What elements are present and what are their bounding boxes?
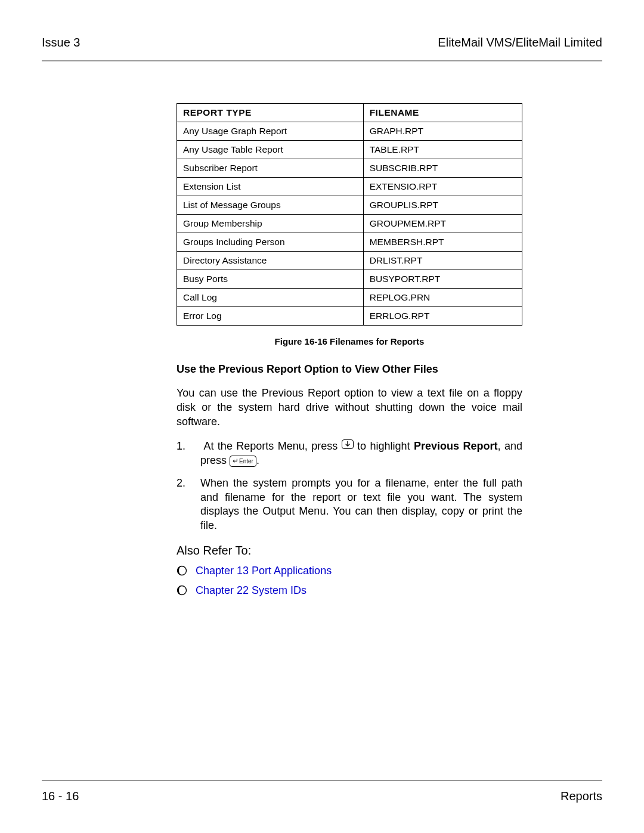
section-heading: Use the Previous Report Option to View O… [177, 363, 522, 376]
cell-file: DRLIST.RPT [363, 252, 522, 270]
cell-file: GROUPLIS.RPT [363, 196, 522, 215]
ref-item: Chapter 13 Port Applications [177, 565, 522, 577]
step-1-text-d: . [256, 454, 259, 466]
page-content: Report Type Filename Any Usage Graph Rep… [177, 103, 522, 597]
down-arrow-key-icon [342, 439, 354, 449]
cell-type: Group Membership [177, 215, 364, 233]
cell-type: Subscriber Report [177, 159, 364, 178]
also-refer-heading: Also Refer To: [177, 544, 522, 558]
step-1: At the Reports Menu, press to highlight … [177, 439, 522, 468]
enter-key-icon: ↵Enter [230, 456, 256, 467]
table-row: Subscriber ReportSUBSCRIB.RPT [177, 159, 522, 178]
step-1-text-b: to highlight [354, 440, 414, 452]
table-header-row: Report Type Filename [177, 104, 522, 122]
figure-caption: Figure 16-16 Filenames for Reports [177, 336, 522, 346]
table-row: Group MembershipGROUPMEM.RPT [177, 215, 522, 233]
document-page: Issue 3 EliteMail VMS/EliteMail Limited … [0, 0, 644, 833]
page-footer: 16 - 16 Reports [42, 780, 602, 803]
footer-page-number: 16 - 16 [42, 789, 79, 803]
ref-link-system-ids[interactable]: Chapter 22 System IDs [196, 584, 306, 597]
cell-file: REPLOG.PRN [363, 289, 522, 307]
table-row: Any Usage Table ReportTABLE.RPT [177, 141, 522, 159]
ref-item: Chapter 22 System IDs [177, 584, 522, 597]
cell-file: SUBSCRIB.RPT [363, 159, 522, 178]
footer-section: Reports [561, 789, 602, 803]
cell-file: GRAPH.RPT [363, 122, 522, 141]
intro-paragraph: You can use the Previous Report option t… [177, 386, 522, 429]
table-header-file: Filename [363, 104, 522, 122]
table-row: Directory AssistanceDRLIST.RPT [177, 252, 522, 270]
step-1-bold: Previous Report [414, 440, 497, 452]
header-issue: Issue 3 [42, 36, 80, 49]
cell-file: BUSYPORT.RPT [363, 270, 522, 289]
cell-type: Any Usage Graph Report [177, 122, 364, 141]
table-row: Extension ListEXTENSIO.RPT [177, 178, 522, 196]
cell-type: Any Usage Table Report [177, 141, 364, 159]
table-row: Groups Including PersonMEMBERSH.RPT [177, 233, 522, 252]
enter-key-label: Enter [239, 458, 253, 465]
moon-bullet-icon [177, 585, 187, 596]
table-row: Call LogREPLOG.PRN [177, 289, 522, 307]
header-product: EliteMail VMS/EliteMail Limited [438, 36, 602, 49]
table-header-type: Report Type [177, 104, 364, 122]
cell-file: EXTENSIO.RPT [363, 178, 522, 196]
cell-file: TABLE.RPT [363, 141, 522, 159]
step-1-text-a: At the Reports Menu, press [203, 440, 341, 452]
cell-type: Extension List [177, 178, 364, 196]
also-refer-list: Chapter 13 Port Applications Chapter 22 … [177, 565, 522, 597]
ref-link-port-applications[interactable]: Chapter 13 Port Applications [196, 565, 332, 577]
cell-file: GROUPMEM.RPT [363, 215, 522, 233]
table-row: List of Message GroupsGROUPLIS.RPT [177, 196, 522, 215]
cell-type: Busy Ports [177, 270, 364, 289]
table-row: Busy PortsBUSYPORT.RPT [177, 270, 522, 289]
step-2: When the system prompts you for a filena… [177, 476, 522, 533]
moon-bullet-icon [177, 565, 187, 576]
cell-type: Groups Including Person [177, 233, 364, 252]
cell-type: Error Log [177, 307, 364, 326]
table-row: Error LogERRLOG.RPT [177, 307, 522, 326]
cell-file: MEMBERSH.RPT [363, 233, 522, 252]
cell-file: ERRLOG.RPT [363, 307, 522, 326]
cell-type: Directory Assistance [177, 252, 364, 270]
page-header: Issue 3 EliteMail VMS/EliteMail Limited [42, 36, 602, 61]
cell-type: Call Log [177, 289, 364, 307]
steps-list: At the Reports Menu, press to highlight … [177, 439, 522, 533]
cell-type: List of Message Groups [177, 196, 364, 215]
filenames-table: Report Type Filename Any Usage Graph Rep… [177, 103, 522, 326]
table-row: Any Usage Graph ReportGRAPH.RPT [177, 122, 522, 141]
